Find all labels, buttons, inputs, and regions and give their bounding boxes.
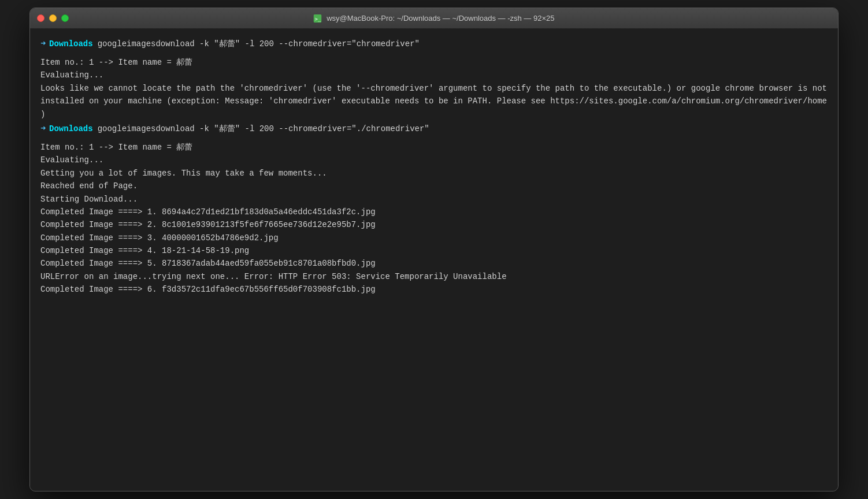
terminal-output-line: Item no.: 1 --> Item name = 郝蕾 [40,56,828,69]
terminal-output-line: Completed Image ====> 6. f3d3572c11dfa9e… [40,283,828,296]
terminal-output-line: URLError on an image...trying next one..… [40,270,828,283]
terminal-output-line: ) [40,108,828,121]
prompt-arrow-icon: ➜ [40,123,46,134]
terminal-output-line: Reached end of Page. [40,180,828,192]
terminal-output-line: Starting Download... [40,193,828,206]
terminal-window: >_ wsy@MacBook-Pro: ~/Downloads — ~/Down… [29,8,839,491]
terminal-output-line: Completed Image ====> 3. 40000001652b478… [40,232,828,244]
terminal-output-line: Completed Image ====> 5. 8718367adab44ae… [40,257,828,270]
terminal-output-line: Completed Image ====> 1. 8694a4c27d1ed21… [40,206,828,218]
maximize-button[interactable] [61,14,69,22]
titlebar: >_ wsy@MacBook-Pro: ~/Downloads — ~/Down… [30,8,838,29]
close-button[interactable] [37,14,44,22]
minimize-button[interactable] [49,14,57,22]
terminal-output-line: Completed Image ====> 2. 8c1001e93901213… [40,218,828,231]
terminal-output-line: Getting you a lot of images. This may ta… [40,167,828,180]
window-title: >_ wsy@MacBook-Pro: ~/Downloads — ~/Down… [314,14,555,23]
svg-text:>_: >_ [315,16,321,22]
prompt-command: googleimagesdownload -k "郝蕾" -l 200 --ch… [98,39,420,49]
empty-line [40,51,828,56]
terminal-output-line: Evaluating... [40,154,828,166]
terminal-output-line: Item no.: 1 --> Item name = 郝蕾 [40,141,828,154]
prompt-command: googleimagesdownload -k "郝蕾" -l 200 --ch… [98,124,429,134]
prompt-arrow-icon: ➜ [40,38,46,49]
prompt-line: ➜Downloadsgoogleimagesdownload -k "郝蕾" -… [40,38,828,49]
terminal-body[interactable]: ➜Downloadsgoogleimagesdownload -k "郝蕾" -… [30,29,838,491]
terminal-output-line: Evaluating... [40,69,828,81]
terminal-output-line: Completed Image ====> 4. 18-21-14-58-19.… [40,244,828,257]
traffic-lights [37,14,69,22]
empty-line [40,136,828,141]
prompt-directory: Downloads [49,39,93,49]
prompt-line: ➜Downloadsgoogleimagesdownload -k "郝蕾" -… [40,123,828,134]
terminal-output-line: Looks like we cannot locate the path the… [40,82,828,108]
prompt-directory: Downloads [49,124,93,133]
